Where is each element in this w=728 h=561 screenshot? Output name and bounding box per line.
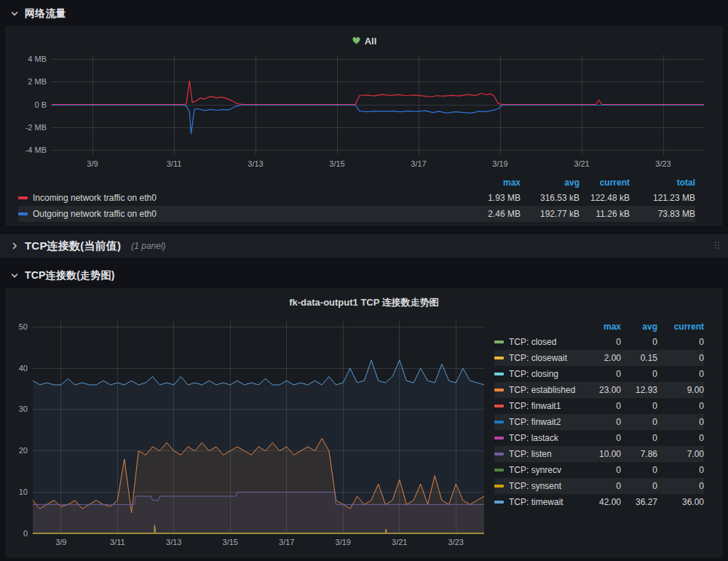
network-traffic-chart[interactable]: 4 MB2 MB0 B-2 MB-4 MB3/93/113/133/153/17… [12, 49, 714, 174]
series-color-icon [494, 357, 504, 359]
svg-text:3/15: 3/15 [329, 159, 344, 168]
series-label[interactable]: TCP: finwait2 [509, 417, 561, 427]
row-header-tcp-current[interactable]: TCP连接数(当前值) (1 panel) [0, 234, 728, 258]
svg-text:-2 MB: -2 MB [25, 123, 47, 132]
legend-row-tcp-finwait2[interactable]: TCP: finwait2000 [494, 414, 704, 430]
legend-col-max[interactable]: max [580, 322, 621, 332]
series-color-icon [494, 437, 504, 439]
svg-text:3/21: 3/21 [392, 538, 407, 546]
svg-text:3/9: 3/9 [55, 538, 66, 546]
legend-row-tcp-lastack[interactable]: TCP: lastack000 [494, 430, 704, 446]
series-label[interactable]: TCP: listen [509, 449, 552, 459]
svg-text:3/11: 3/11 [110, 538, 125, 546]
legend-value-max: 0 [580, 369, 621, 379]
legend-col-total[interactable]: total [630, 178, 695, 188]
series-label[interactable]: TCP: finwait1 [509, 401, 561, 411]
legend-value-current: 122.48 kB [579, 193, 630, 203]
legend-row-tcp-closing[interactable]: TCP: closing000 [494, 366, 704, 382]
legend-row-incoming-network-traffic-on-eth0[interactable]: Incoming network traffic on eth01.93 MB3… [18, 190, 695, 206]
legend-value-current: 0 [657, 353, 704, 363]
legend-row-tcp-established[interactable]: TCP: established23.0012.939.00 [494, 382, 704, 398]
svg-text:3/15: 3/15 [223, 538, 238, 546]
svg-text:3/19: 3/19 [492, 159, 507, 168]
legend-row-tcp-closewait[interactable]: TCP: closewait2.000.150 [494, 350, 704, 366]
legend-row-outgoing-network-traffic-on-eth0[interactable]: Outgoing network traffic on eth02.46 MB1… [18, 206, 695, 222]
legend-value-max: 0 [580, 465, 621, 475]
tcp-legend: max avg current TCP: closed000TCP: close… [490, 312, 717, 555]
series-label[interactable]: TCP: synsent [509, 481, 561, 491]
series-color-icon [494, 373, 504, 375]
legend-value-max: 0 [580, 417, 621, 427]
svg-text:3/9: 3/9 [87, 159, 98, 168]
legend-value-max: 42.00 [580, 497, 621, 507]
legend-col-current[interactable]: current [579, 178, 630, 188]
legend-row-tcp-synsent[interactable]: TCP: synsent000 [494, 478, 704, 494]
legend-value-avg: 12.93 [621, 385, 657, 395]
chevron-down-icon [10, 271, 19, 280]
svg-text:3/19: 3/19 [336, 538, 351, 546]
row-header-tcp-trend[interactable]: TCP连接数(走势图) [0, 258, 728, 288]
series-color-icon [494, 453, 504, 455]
legend-value-current: 9.00 [657, 385, 704, 395]
legend-value-avg: 0 [621, 417, 657, 427]
row-header-network[interactable]: 网络流量 [0, 0, 728, 26]
series-label[interactable]: TCP: closing [509, 369, 558, 379]
series-color-icon [494, 469, 504, 472]
svg-text:3/23: 3/23 [655, 159, 670, 168]
series-color-icon [494, 389, 504, 391]
series-label[interactable]: TCP: lastack [509, 433, 558, 443]
row-title-network: 网络流量 [25, 7, 66, 20]
legend-value-avg: 36.27 [621, 497, 657, 507]
chevron-down-icon [10, 9, 19, 18]
series-label[interactable]: Incoming network traffic on eth0 [33, 193, 157, 203]
series-label[interactable]: TCP: closed [509, 337, 556, 347]
series-label[interactable]: TCP: established [509, 385, 575, 395]
chevron-right-icon [10, 242, 19, 250]
legend-value-avg: 0.15 [621, 353, 657, 363]
network-legend-rows: Incoming network traffic on eth01.93 MB3… [18, 190, 695, 222]
legend-col-avg[interactable]: avg [621, 322, 657, 332]
svg-text:3/11: 3/11 [167, 159, 182, 168]
legend-row-tcp-finwait1[interactable]: TCP: finwait1000 [494, 398, 704, 414]
svg-text:0 B: 0 B [34, 100, 47, 109]
legend-row-tcp-closed[interactable]: TCP: closed000 [494, 334, 704, 350]
panel-network-traffic: All 4 MB2 MB0 B-2 MB-4 MB3/93/113/133/15… [6, 26, 722, 226]
legend-value-avg: 0 [621, 465, 657, 475]
legend-row-tcp-timewait[interactable]: TCP: timewait42.0036.2736.00 [494, 494, 704, 510]
tcp-connections-chart[interactable]: 010203040503/93/113/133/153/173/193/213/… [9, 312, 490, 555]
series-label[interactable]: TCP: closewait [509, 353, 567, 363]
legend-value-avg: 316.53 kB [521, 193, 579, 203]
legend-value-max: 0 [580, 481, 621, 491]
svg-text:2 MB: 2 MB [28, 77, 47, 86]
series-label[interactable]: Outgoing network traffic on eth0 [33, 209, 157, 219]
legend-value-total: 73.83 MB [630, 209, 695, 219]
legend-col-avg[interactable]: avg [521, 178, 579, 188]
svg-text:50: 50 [19, 322, 28, 331]
tcp-panel-title-text: fk-data-output1 TCP 连接数走势图 [289, 296, 439, 309]
series-label[interactable]: TCP: synrecv [509, 465, 561, 475]
legend-value-current: 36.00 [657, 497, 704, 507]
legend-value-avg: 0 [621, 481, 657, 491]
svg-text:3/23: 3/23 [448, 538, 464, 546]
network-legend-header: max avg current total [18, 175, 695, 190]
legend-row-tcp-listen[interactable]: TCP: listen10.007.867.00 [494, 446, 704, 462]
tcp-panel-body: 010203040503/93/113/133/153/173/193/213/… [7, 311, 721, 555]
svg-text:10: 10 [19, 488, 28, 496]
panel-count-label: (1 panel) [131, 241, 165, 251]
green-heart-icon [352, 36, 361, 45]
tcp-legend-rows: TCP: closed000TCP: closewait2.000.150TCP… [494, 334, 704, 510]
series-color-icon [494, 485, 504, 488]
svg-text:4 MB: 4 MB [28, 55, 47, 63]
series-color-icon [494, 341, 504, 343]
legend-value-current: 0 [657, 401, 704, 411]
legend-col-current[interactable]: current [657, 322, 704, 332]
legend-value-current: 11.26 kB [579, 209, 630, 219]
row-title-tcp-trend: TCP连接数(走势图) [25, 269, 115, 282]
row-drag-handle-icon[interactable] [713, 240, 721, 252]
svg-text:3/17: 3/17 [411, 159, 426, 168]
tcp-panel-title[interactable]: fk-data-output1 TCP 连接数走势图 [7, 289, 721, 311]
legend-row-tcp-synrecv[interactable]: TCP: synrecv000 [494, 462, 704, 478]
legend-col-max[interactable]: max [455, 178, 521, 188]
series-label[interactable]: TCP: timewait [509, 497, 563, 507]
network-panel-title[interactable]: All [7, 27, 721, 49]
